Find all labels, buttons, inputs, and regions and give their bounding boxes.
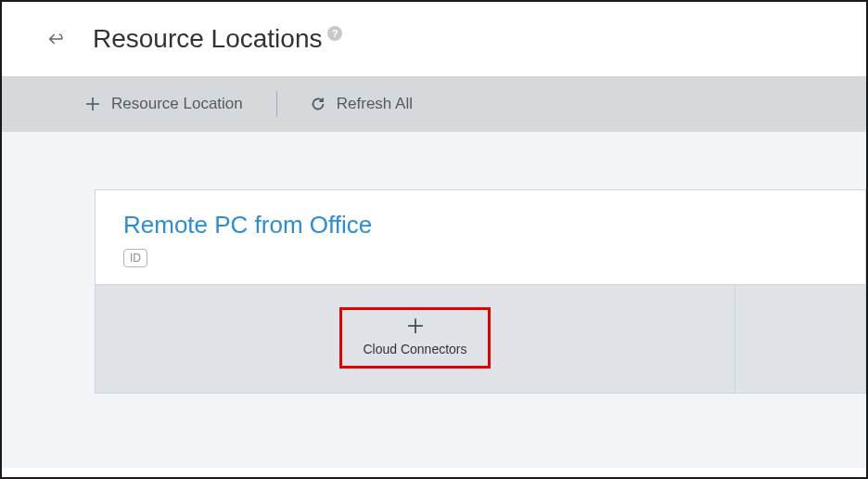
- add-resource-location-label: Resource Location: [111, 95, 243, 113]
- refresh-all-button[interactable]: Refresh All: [311, 95, 413, 113]
- back-arrow-icon[interactable]: [48, 32, 67, 46]
- toolbar-divider: [276, 91, 277, 117]
- refresh-all-label: Refresh All: [337, 95, 413, 113]
- cloud-connectors-button[interactable]: Cloud Connectors: [96, 285, 735, 393]
- content-area: Remote PC from Office ID Cloud Connector…: [2, 132, 866, 468]
- highlight-annotation: Cloud Connectors: [339, 307, 490, 369]
- plus-icon: [407, 317, 424, 334]
- add-resource-location-button[interactable]: Resource Location: [85, 95, 243, 113]
- page-title-text: Resource Locations: [93, 24, 322, 54]
- toolbar: Resource Location Refresh All: [2, 76, 866, 132]
- page-title: Resource Locations ?: [93, 24, 342, 54]
- refresh-icon: [311, 97, 326, 111]
- cloud-connectors-label: Cloud Connectors: [363, 342, 466, 356]
- resource-location-card: Remote PC from Office ID Cloud Connector…: [95, 189, 866, 394]
- card-header: Remote PC from Office ID: [96, 190, 865, 284]
- card-action-secondary[interactable]: [735, 285, 865, 393]
- card-actions-row: Cloud Connectors: [96, 284, 865, 393]
- resource-location-title[interactable]: Remote PC from Office: [123, 211, 837, 240]
- page-header: Resource Locations ?: [2, 2, 866, 76]
- help-icon[interactable]: ?: [327, 26, 342, 41]
- plus-icon: [85, 97, 100, 111]
- id-badge[interactable]: ID: [123, 249, 147, 267]
